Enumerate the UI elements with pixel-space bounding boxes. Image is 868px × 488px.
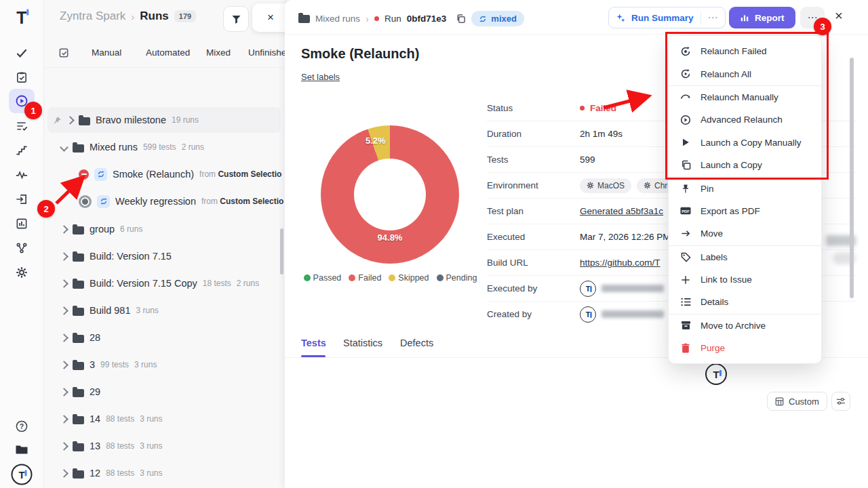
- report-button[interactable]: Report: [729, 7, 795, 28]
- app-logo[interactable]: T: [16, 8, 26, 28]
- custom-columns-button[interactable]: Custom: [767, 392, 827, 411]
- svg-text:PDF: PDF: [682, 209, 690, 214]
- help-icon[interactable]: ?: [16, 420, 28, 433]
- bar-chart-icon: [740, 13, 749, 22]
- menu-item-pin[interactable]: Pin: [669, 177, 821, 199]
- tree-scrollbar[interactable]: [280, 228, 283, 274]
- chevron-right-icon[interactable]: [60, 333, 68, 342]
- view-settings-button[interactable]: [831, 392, 850, 411]
- tree-item-label[interactable]: 12: [90, 468, 100, 479]
- chevron-right-icon[interactable]: [60, 306, 68, 315]
- chevron-right-icon[interactable]: [60, 279, 68, 288]
- legend-failed[interactable]: Failed: [349, 273, 381, 283]
- copy-icon[interactable]: [456, 14, 466, 24]
- menu-item-purge[interactable]: Purge: [669, 337, 821, 359]
- tree-row-14[interactable]: 14 88 tests 3 runs: [61, 405, 298, 432]
- tree-item-label[interactable]: Build: Version 7.15: [90, 251, 172, 262]
- chevron-down-icon[interactable]: [60, 143, 68, 152]
- tree-item-label[interactable]: Mixed runs: [90, 142, 138, 152]
- set-labels-link[interactable]: Set labels: [301, 72, 340, 82]
- menu-item-link-to-issue[interactable]: Link to Issue: [669, 268, 821, 291]
- close-panel-icon[interactable]: ×: [835, 8, 843, 24]
- tab-mixed[interactable]: Mixed: [206, 47, 231, 58]
- tree-row-13[interactable]: 13 88 tests 3 runs: [61, 432, 298, 460]
- test-plans-icon[interactable]: [16, 71, 28, 84]
- menu-item-move-to-archive[interactable]: Move to Archive: [669, 314, 821, 337]
- branches-icon[interactable]: [16, 242, 28, 255]
- chevron-right-icon[interactable]: [66, 116, 75, 125]
- select-all-icon[interactable]: [58, 47, 70, 62]
- pdf-icon: PDF: [679, 207, 692, 215]
- tree-row-smoke-relaunch[interactable]: Smoke (Relaunch) from Custom Selectio: [79, 161, 316, 188]
- tab-tests[interactable]: Tests: [301, 338, 326, 348]
- redacted-name: [601, 285, 664, 292]
- chevron-right-icon[interactable]: [60, 388, 68, 396]
- tests-check-icon[interactable]: [16, 47, 28, 60]
- menu-item-move[interactable]: Move: [669, 222, 821, 245]
- tree-row-bravo-milestone[interactable]: Bravo milestone 19 runs: [53, 106, 290, 134]
- panel-scrollbar[interactable]: [850, 58, 854, 298]
- tab-statistics[interactable]: Statistics: [343, 338, 382, 348]
- tree-item-label[interactable]: 14: [90, 413, 100, 424]
- tree-item-label[interactable]: 13: [90, 441, 100, 451]
- chevron-right-icon[interactable]: [60, 361, 68, 369]
- run-summary-button[interactable]: Run Summary ⋯: [608, 7, 726, 28]
- tree-row-28[interactable]: 28: [61, 324, 298, 351]
- run-summary-more-icon[interactable]: ⋯: [701, 12, 725, 24]
- profile-avatar[interactable]: T: [12, 464, 33, 485]
- breadcrumb-separator-icon: ›: [131, 11, 134, 22]
- tree-row-build-981[interactable]: Build 981 3 runs: [61, 297, 298, 324]
- filter-button[interactable]: [223, 6, 249, 32]
- tree-row-29[interactable]: 29: [61, 378, 298, 405]
- projects-folder-icon[interactable]: [15, 444, 28, 455]
- tree-row-group[interactable]: group 6 runs: [61, 216, 298, 243]
- chevron-right-icon[interactable]: [60, 252, 68, 261]
- tree-row-mixed-runs[interactable]: Mixed runs 599 tests 2 runs: [61, 134, 298, 161]
- menu-item-labels[interactable]: Labels: [669, 246, 821, 268]
- analytics-pulse-icon[interactable]: [16, 169, 28, 182]
- tree-item-label[interactable]: 28: [90, 332, 100, 343]
- chevron-right-icon[interactable]: [60, 415, 68, 424]
- tree-row-weekly-regression[interactable]: Weekly regression from Custom Selectio: [79, 188, 316, 215]
- legend-passed[interactable]: Passed: [304, 273, 342, 283]
- tree-item-label[interactable]: Smoke (Relaunch): [113, 169, 194, 180]
- tree-item-label[interactable]: Build: Version 7.15 Copy: [90, 278, 197, 289]
- settings-gear-icon[interactable]: [15, 266, 28, 279]
- results-list-icon[interactable]: [16, 120, 28, 133]
- tree-item-label[interactable]: Bravo milestone: [96, 115, 166, 125]
- folder-icon: [73, 416, 84, 424]
- tab-automated[interactable]: Automated: [146, 47, 190, 58]
- tree-item-label[interactable]: 3: [90, 359, 95, 370]
- tree-item-label[interactable]: group: [90, 224, 115, 235]
- import-icon[interactable]: [16, 193, 28, 206]
- chevron-right-icon[interactable]: [60, 442, 68, 451]
- close-search-icon[interactable]: ×: [267, 11, 274, 24]
- legend-skipped[interactable]: Skipped: [389, 273, 429, 283]
- menu-item-details[interactable]: Details: [669, 291, 821, 313]
- tree-item-label[interactable]: Weekly regression: [115, 196, 196, 207]
- user-avatar[interactable]: T: [705, 363, 727, 385]
- tab-defects[interactable]: Defects: [400, 338, 433, 348]
- tree-row-12[interactable]: 12 88 tests 3 runs: [61, 460, 298, 487]
- reports-chart-icon[interactable]: [16, 218, 28, 230]
- menu-item-export-pdf[interactable]: PDF Export as PDF: [669, 200, 821, 222]
- tree-item-label[interactable]: Build 981: [90, 305, 130, 316]
- detail-label: Executed: [487, 232, 580, 242]
- legend-pending[interactable]: Pending: [437, 273, 477, 283]
- test-plan-link[interactable]: Generated a5bf3a1c: [580, 206, 663, 216]
- build-url-link[interactable]: https://github.com/T: [580, 258, 660, 268]
- tree-row-build-715-copy[interactable]: Build: Version 7.15 Copy 18 tests 2 runs: [61, 270, 298, 297]
- milestones-steps-icon[interactable]: [16, 144, 28, 157]
- tree-row-3[interactable]: 3 99 tests 3 runs: [61, 351, 298, 378]
- tree-item-label[interactable]: 29: [90, 386, 100, 397]
- detail-label: Environment: [487, 180, 580, 190]
- chevron-right-icon[interactable]: [60, 225, 68, 234]
- duration-value: 2h 1m 49s: [580, 129, 623, 139]
- breadcrumb-project[interactable]: Zyntra Spark: [60, 9, 125, 23]
- tree-row-build-715[interactable]: Build: Version 7.15: [61, 243, 298, 270]
- tab-manual[interactable]: Manual: [92, 47, 121, 58]
- folder-icon: [73, 226, 84, 235]
- chevron-right-icon[interactable]: [60, 469, 68, 478]
- breadcrumb-folder[interactable]: Mixed runs: [315, 14, 360, 24]
- annotation-badge-1: 1: [24, 102, 42, 119]
